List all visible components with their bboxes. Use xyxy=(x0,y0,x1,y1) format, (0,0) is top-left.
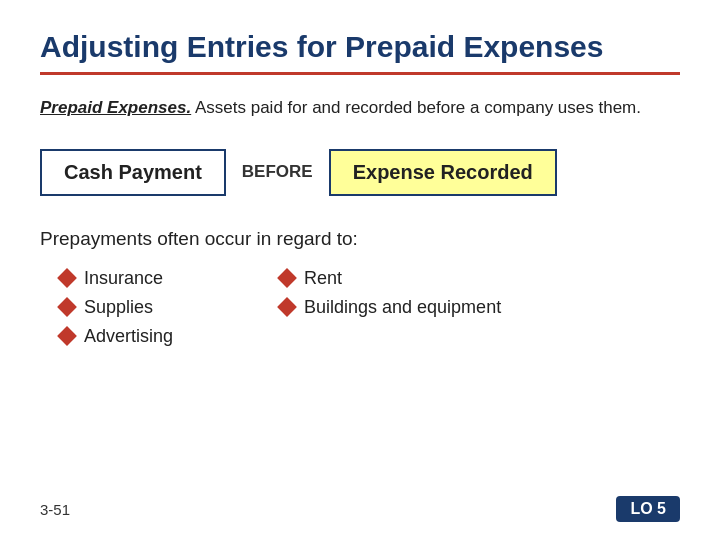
footer: 3-51 LO 5 xyxy=(40,496,680,522)
definition-term: Prepaid Expenses. xyxy=(40,98,191,117)
diamond-icon xyxy=(57,326,77,346)
list-item-insurance: Insurance xyxy=(60,268,280,289)
list-label-supplies: Supplies xyxy=(84,297,153,318)
before-label: BEFORE xyxy=(242,162,313,182)
diamond-icon xyxy=(57,268,77,288)
lo-badge: LO 5 xyxy=(616,496,680,522)
definition-text: Prepaid Expenses. Assets paid for and re… xyxy=(40,95,680,121)
page-title: Adjusting Entries for Prepaid Expenses xyxy=(40,30,680,64)
list-item-buildings: Buildings and equipment xyxy=(280,297,560,318)
prepayments-intro: Prepayments often occur in regard to: xyxy=(40,228,680,250)
diamond-icon xyxy=(57,297,77,317)
list-label-advertising: Advertising xyxy=(84,326,173,347)
flow-diagram: Cash Payment BEFORE Expense Recorded xyxy=(40,149,680,196)
list-item-supplies: Supplies xyxy=(60,297,280,318)
list-item-advertising: Advertising xyxy=(60,326,280,347)
title-divider xyxy=(40,72,680,75)
cash-payment-box: Cash Payment xyxy=(40,149,226,196)
slide: Adjusting Entries for Prepaid Expenses P… xyxy=(0,0,720,540)
list-item-rent: Rent xyxy=(280,268,560,289)
list-grid: Insurance Rent Supplies Buildings and eq… xyxy=(60,268,680,347)
list-label-insurance: Insurance xyxy=(84,268,163,289)
diamond-icon xyxy=(277,268,297,288)
list-label-buildings: Buildings and equipment xyxy=(304,297,501,318)
diamond-icon xyxy=(277,297,297,317)
list-label-rent: Rent xyxy=(304,268,342,289)
page-number: 3-51 xyxy=(40,501,70,518)
definition-body: Assets paid for and recorded before a co… xyxy=(191,98,641,117)
expense-recorded-box: Expense Recorded xyxy=(329,149,557,196)
